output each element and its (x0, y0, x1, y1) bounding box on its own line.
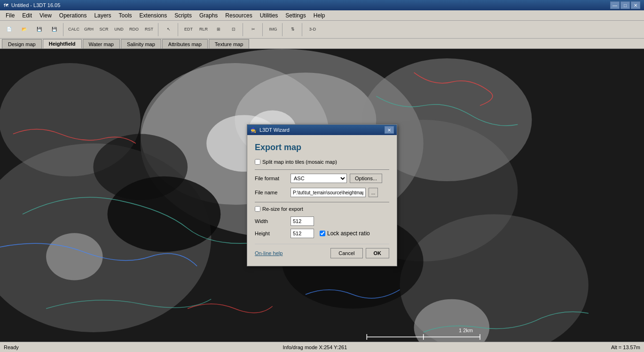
dialog-footer: On-line help Cancel OK (255, 244, 389, 258)
menu-item-scripts[interactable]: Scripts (171, 11, 196, 20)
resize-checkbox[interactable] (255, 206, 260, 212)
status-left: Ready (4, 344, 19, 350)
wizard-icon: 🧙 (250, 127, 257, 133)
menu-item-settings[interactable]: Settings (282, 11, 309, 20)
status-right: Alt = 13.57m (611, 344, 640, 350)
toolbar: 📄📂💾💾CALCGRHSCRUNDRDORST↖EDTRLR⊞⊡✂IMG⇅3-D (0, 21, 644, 39)
height-subrow: Height (255, 229, 314, 238)
titlebar-left: 🗺 Untitled - L3DT 16.05 (4, 2, 60, 8)
modal-overlay: 🧙 L3DT Wizard ✕ Export map Split map int… (0, 49, 644, 342)
menu-item-edit[interactable]: Edit (18, 11, 36, 20)
menu-item-tools[interactable]: Tools (115, 11, 136, 20)
tab-attributes-map[interactable]: Attributes map (162, 39, 208, 48)
toolbar-btn-script[interactable]: SCR (97, 23, 111, 37)
dialog-content: Export map Split map into tiles (mosaic … (247, 135, 397, 266)
toolbar-btn-image[interactable]: IMG (266, 23, 280, 37)
dialog-titlebar: 🧙 L3DT Wizard ✕ (247, 125, 397, 135)
app-icon: 🗺 (4, 3, 8, 8)
menu-item-utilities[interactable]: Utilities (256, 11, 282, 20)
tabs: Design mapHeightfieldWater mapSalinity m… (0, 39, 644, 49)
section-divider-1 (255, 169, 389, 170)
export-dialog: 🧙 L3DT Wizard ✕ Export map Split map int… (247, 124, 397, 266)
titlebar: 🗺 Untitled - L3DT 16.05 — □ ✕ (0, 0, 644, 10)
split-map-label: Split map into tiles (mosaic map) (262, 159, 337, 165)
toolbar-btn-sel1[interactable]: ⊞ (212, 23, 226, 37)
help-link[interactable]: On-line help (255, 250, 283, 256)
options-button[interactable]: Options... (350, 174, 382, 183)
toolbar-btn-redo[interactable]: RDO (127, 23, 141, 37)
main-area: 1 2km 🧙 L3DT Wizard ✕ Export map Split m… (0, 49, 644, 342)
status-center: Info/drag mode X:254 Y:261 (283, 344, 347, 350)
file-format-row: File format ASCBMPPNGTIFFRAW Options... (255, 174, 389, 183)
file-browse-button[interactable]: ... (369, 188, 378, 197)
file-format-label: File format (255, 176, 288, 181)
toolbar-btn-save-as[interactable]: 💾 (47, 23, 61, 37)
toolbar-separator-reset (158, 23, 160, 36)
toolbar-separator-crop (262, 23, 264, 36)
height-label: Height (255, 231, 288, 236)
file-name-row: File name ... (255, 188, 389, 197)
ok-button[interactable]: OK (366, 248, 390, 258)
tab-salinity-map[interactable]: Salinity map (121, 39, 161, 48)
resize-label: Re-size for export (262, 206, 303, 212)
toolbar-separator-pointer (178, 23, 180, 36)
menu-item-help[interactable]: Help (310, 11, 329, 20)
toolbar-btn-undo[interactable]: UND (112, 23, 126, 37)
menu-item-graphs[interactable]: Graphs (196, 11, 221, 20)
width-label: Width (255, 218, 288, 224)
height-lock-row: Height Lock aspect ratio (255, 229, 389, 238)
toolbar-btn-open[interactable]: 📂 (17, 23, 31, 37)
toolbar-btn-new[interactable]: 📄 (2, 23, 16, 37)
menu-item-view[interactable]: View (36, 11, 55, 20)
toolbar-separator-arrows (302, 23, 304, 36)
tab-heightfield[interactable]: Heightfield (43, 39, 82, 48)
menu-item-extensions[interactable]: Extensions (136, 11, 171, 20)
split-map-row: Split map into tiles (mosaic map) (255, 159, 389, 165)
lock-aspect-label: Lock aspect ratio (327, 230, 370, 237)
split-map-checkbox[interactable] (255, 159, 260, 165)
menu-item-operations[interactable]: Operations (55, 11, 91, 20)
width-input[interactable] (291, 216, 314, 226)
toolbar-btn-graph[interactable]: GRH (82, 23, 96, 37)
toolbar-btn-reset[interactable]: RST (142, 23, 156, 37)
toolbar-btn-arrows[interactable]: ⇅ (286, 23, 300, 37)
file-format-select[interactable]: ASCBMPPNGTIFFRAW (291, 174, 347, 183)
toolbar-separator-sel2 (243, 23, 244, 36)
toolbar-btn-ruler[interactable]: RLR (196, 23, 211, 37)
menu-item-layers[interactable]: Layers (91, 11, 115, 20)
lock-aspect-checkbox[interactable] (320, 231, 325, 236)
section-divider-2 (255, 202, 389, 202)
maximize-button[interactable]: □ (620, 1, 630, 9)
tab-water-map[interactable]: Water map (83, 39, 120, 48)
width-row: Width (255, 216, 389, 226)
dialog-close-button[interactable]: ✕ (385, 126, 394, 134)
toolbar-btn-edit[interactable]: EDT (181, 23, 196, 37)
toolbar-btn-sel2[interactable]: ⊡ (227, 23, 241, 37)
toolbar-btn-threed[interactable]: 3-D (306, 23, 320, 37)
menu-item-file[interactable]: File (2, 11, 18, 20)
menubar: FileEditViewOperationsLayersToolsExtensi… (0, 10, 644, 21)
menu-item-resources[interactable]: Resources (221, 11, 256, 20)
minimize-button[interactable]: — (610, 1, 620, 9)
app-title: Untitled - L3DT 16.05 (11, 2, 60, 8)
titlebar-controls: — □ ✕ (610, 1, 640, 9)
tab-design-map[interactable]: Design map (2, 39, 42, 48)
toolbar-separator-image (282, 23, 284, 36)
file-name-label: File name (255, 190, 288, 195)
toolbar-btn-save[interactable]: 💾 (32, 23, 46, 37)
dialog-title: L3DT Wizard (259, 127, 290, 133)
resize-row: Re-size for export (255, 206, 389, 212)
height-input[interactable] (291, 229, 314, 238)
toolbar-btn-crop[interactable]: ✂ (246, 23, 260, 37)
dialog-title-left: 🧙 L3DT Wizard (250, 127, 290, 133)
toolbar-separator-save-as (63, 23, 65, 36)
tab-texture-map[interactable]: Texture map (209, 39, 250, 48)
file-name-input[interactable] (291, 188, 366, 197)
statusbar: Ready Info/drag mode X:254 Y:261 Alt = 1… (0, 342, 644, 352)
dialog-heading: Export map (255, 143, 389, 152)
cancel-button[interactable]: Cancel (330, 248, 362, 258)
toolbar-btn-calc[interactable]: CALC (67, 23, 81, 37)
close-button[interactable]: ✕ (631, 1, 640, 9)
footer-buttons: Cancel OK (330, 248, 389, 258)
toolbar-btn-pointer[interactable]: ↖ (162, 23, 176, 37)
